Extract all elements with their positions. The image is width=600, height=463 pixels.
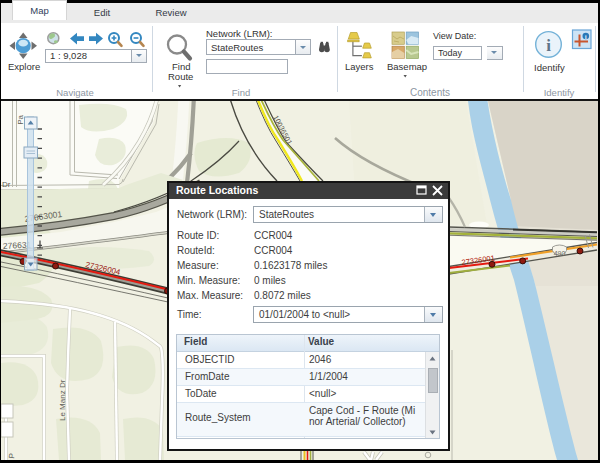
svg-text:490: 490 [554, 250, 566, 257]
svg-text:Pa: Pa [16, 114, 25, 124]
svg-text:Le Manz Dr: Le Manz Dr [58, 379, 67, 421]
svg-text:i: i [546, 36, 551, 55]
svg-text:Dr: Dr [2, 180, 11, 189]
